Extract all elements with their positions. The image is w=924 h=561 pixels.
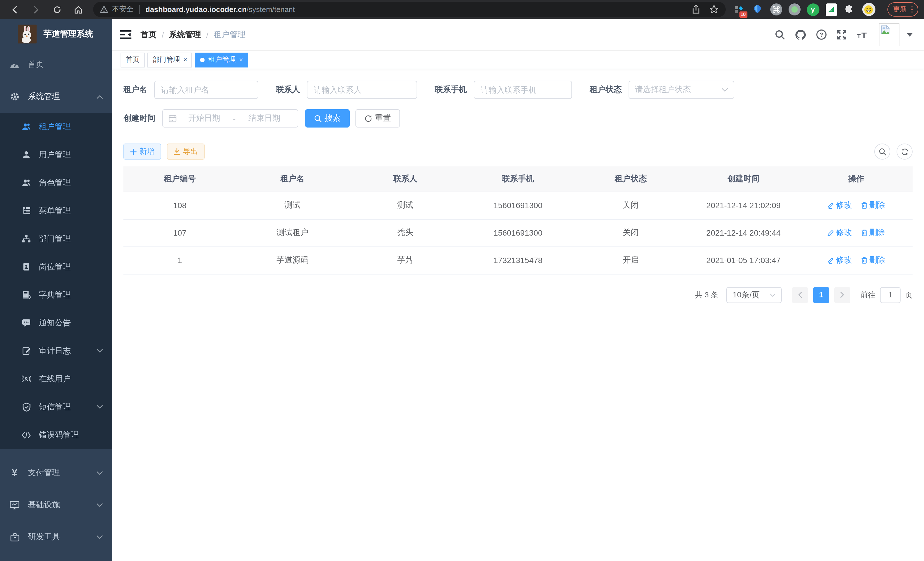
omnibox-divider (139, 5, 140, 14)
edit-button[interactable]: 修改 (827, 255, 852, 265)
extensions-puzzle-icon[interactable] (843, 3, 856, 16)
sidebar-item-home[interactable]: 首页 (0, 49, 112, 81)
col-actions: 操作 (800, 166, 913, 192)
extension-command-icon[interactable] (770, 3, 782, 15)
trash-icon (861, 257, 867, 264)
page-content: 租户名 联系人 联系手机 租户状态 请选择租户状态 (112, 69, 924, 561)
col-mobile: 联系手机 (462, 166, 574, 192)
extension-record-icon[interactable] (788, 3, 800, 15)
breadcrumb-system[interactable]: 系统管理 (169, 29, 201, 40)
sidebar-collapse-icon[interactable] (120, 30, 131, 39)
forward-icon[interactable] (30, 4, 42, 15)
page-size-select[interactable]: 10条/页 (726, 287, 782, 303)
col-contact: 联系人 (349, 166, 462, 192)
help-icon[interactable]: ? (816, 29, 827, 40)
contact-input[interactable] (307, 81, 417, 99)
breadcrumb-home[interactable]: 首页 (141, 29, 157, 40)
sidebar-item-role[interactable]: 角色管理 (0, 169, 112, 197)
sidebar-item-dict[interactable]: 字典管理 (0, 281, 112, 309)
url-text[interactable]: dashboard.yudao.iocoder.cn/system/tenant (146, 5, 686, 14)
sidebar-item-tenant[interactable]: 租户管理 (0, 113, 112, 141)
security-label[interactable]: 不安全 (112, 5, 134, 14)
status-select[interactable]: 请选择租户状态 (628, 81, 734, 99)
github-icon[interactable] (795, 29, 806, 40)
edit-button[interactable]: 修改 (827, 200, 852, 211)
address-bar[interactable]: 不安全 dashboard.yudao.iocoder.cn/system/te… (93, 2, 725, 17)
status-label: 租户状态 (590, 85, 622, 95)
screen: 不安全 dashboard.yudao.iocoder.cn/system/te… (0, 0, 924, 561)
close-icon[interactable]: × (183, 57, 187, 63)
profile-avatar[interactable] (862, 3, 875, 16)
avatar-caret-down-icon[interactable] (907, 33, 913, 36)
chevron-down-icon (97, 471, 103, 475)
chrome-menu-dots-icon[interactable] (911, 6, 913, 13)
end-date-placeholder: 结束日期 (237, 113, 292, 123)
bookmark-star-icon[interactable] (709, 5, 718, 14)
sidebar-item-infra[interactable]: 基础设施 (0, 489, 112, 521)
sidebar-item-menu[interactable]: 菜单管理 (0, 197, 112, 225)
table-refresh-button[interactable] (897, 144, 913, 159)
sidebar-item-system[interactable]: 系统管理 (0, 81, 112, 113)
extension-grid-icon[interactable]: 10 (732, 3, 745, 16)
sidebar-item-post[interactable]: 岗位管理 (0, 253, 112, 281)
chevron-down-icon (97, 349, 103, 353)
next-page-button[interactable] (834, 287, 850, 303)
home-icon[interactable] (73, 4, 84, 15)
breadcrumb: 首页 / 系统管理 / 租户管理 (141, 29, 775, 40)
mobile-input[interactable] (474, 81, 572, 99)
online-user-icon (22, 375, 31, 383)
reset-button[interactable]: 重置 (356, 109, 400, 128)
extension-balloon-icon[interactable] (751, 3, 764, 16)
goto-page-input[interactable] (880, 287, 901, 303)
sidebar-item-user[interactable]: 用户管理 (0, 141, 112, 169)
close-icon[interactable]: × (239, 57, 243, 63)
chevron-down-icon (97, 503, 103, 507)
reload-icon[interactable] (51, 4, 63, 15)
table-header-row: 租户编号 租户名 联系人 联系手机 租户状态 创建时间 操作 (123, 166, 913, 192)
chrome-update-button[interactable]: 更新 (887, 2, 918, 17)
refresh-icon (364, 115, 372, 122)
tab-home[interactable]: 首页 (121, 52, 145, 67)
tenant-name-input[interactable] (154, 81, 258, 99)
fullscreen-icon[interactable] (837, 29, 847, 40)
sidebar: 芋道管理系统 首页 系统管理 租户管理 (0, 19, 112, 561)
add-button[interactable]: 新增 (123, 144, 161, 159)
sidebar-item-sms[interactable]: 短信管理 (0, 393, 112, 421)
sidebar-item-audit-log[interactable]: 审计日志 (0, 337, 112, 365)
delete-button[interactable]: 删除 (861, 200, 885, 211)
page-number-button[interactable]: 1 (813, 287, 829, 303)
pagination-total: 共 3 条 (695, 290, 718, 300)
sidebar-item-online-user[interactable]: 在线用户 (0, 365, 112, 393)
delete-button[interactable]: 删除 (861, 228, 885, 238)
edit-button[interactable]: 修改 (827, 228, 852, 238)
create-time-range-picker[interactable]: 开始日期 - 结束日期 (162, 109, 298, 128)
dict-book-icon (22, 290, 31, 299)
tab-dept[interactable]: 部门管理 × (147, 52, 192, 67)
col-created: 创建时间 (687, 166, 800, 192)
extension-docs-icon[interactable] (825, 3, 837, 16)
devtools-briefcase-icon (10, 533, 20, 541)
sidebar-item-notice[interactable]: 通知公告 (0, 309, 112, 337)
sidebar-item-devtools[interactable]: 研发工具 (0, 521, 112, 553)
sidebar-item-payment[interactable]: ¥ 支付管理 (0, 457, 112, 489)
font-size-icon[interactable]: TT (856, 30, 869, 39)
share-icon[interactable] (691, 5, 700, 14)
export-button[interactable]: 导出 (167, 144, 205, 159)
chevron-left-icon (798, 292, 802, 298)
search-button[interactable]: 搜索 (305, 109, 350, 128)
back-icon[interactable] (9, 4, 21, 15)
extension-yuque-icon[interactable]: y (807, 3, 819, 16)
extensions-area: 10 y 更新 (732, 2, 918, 17)
page-unit-label: 页 (905, 290, 913, 300)
prev-page-button[interactable] (792, 287, 808, 303)
sidebar-item-errcode[interactable]: 错误码管理 (0, 421, 112, 449)
app-logo[interactable]: 芋道管理系统 (0, 19, 112, 49)
sidebar-item-dept[interactable]: 部门管理 (0, 225, 112, 253)
table-search-toggle-button[interactable] (874, 144, 890, 159)
delete-button[interactable]: 删除 (861, 255, 885, 265)
tab-tenant[interactable]: 租户管理 × (195, 52, 248, 67)
status-text: 关闭 (574, 192, 687, 219)
refresh-icon (901, 148, 908, 155)
header-search-icon[interactable] (775, 29, 785, 40)
user-avatar[interactable] (879, 23, 899, 46)
